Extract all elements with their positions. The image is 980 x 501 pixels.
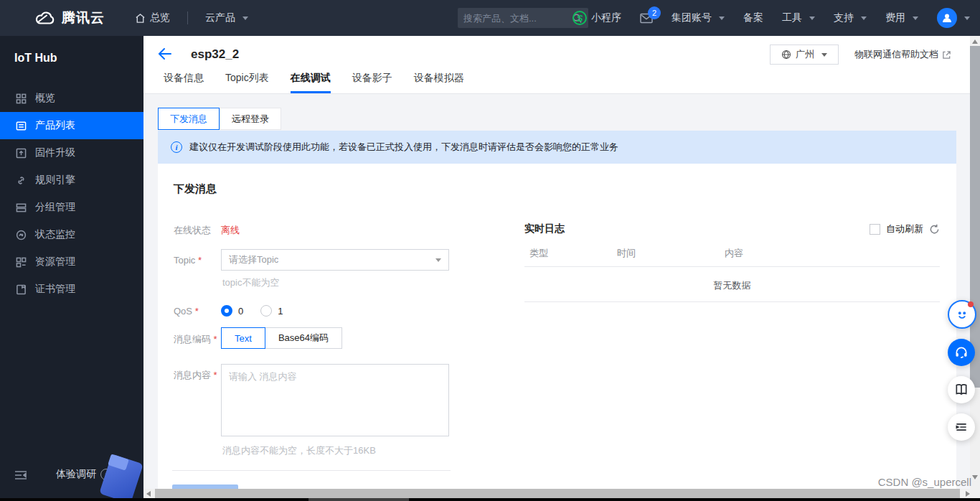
chevron-down-icon <box>242 17 248 20</box>
nav-tools[interactable]: 工具 <box>782 11 815 24</box>
tencent-cloud-logo[interactable]: 腾讯云 <box>34 9 105 27</box>
watermark: CSDN @s_upercell <box>878 476 971 488</box>
notification-badge: 2 <box>648 6 661 19</box>
refresh-icon[interactable] <box>929 224 940 235</box>
qos-label: QoS <box>174 306 199 317</box>
online-status-value: 离线 <box>221 224 240 237</box>
region-selector[interactable]: 广州 <box>770 45 839 65</box>
sidebar-item-group-management[interactable]: 分组管理 <box>0 194 143 221</box>
divider <box>524 301 940 302</box>
feedback-list-button[interactable] <box>948 413 975 441</box>
qos1-label: 1 <box>278 306 283 317</box>
scroll-down-arrow[interactable] <box>972 475 978 479</box>
top-navbar: 腾讯云 总览 云产品 S 小程序 2 集 <box>0 0 980 36</box>
topic-label: Topic <box>174 255 202 266</box>
scroll-right-arrow[interactable] <box>966 491 970 497</box>
nav-messages[interactable]: 2 <box>640 13 653 24</box>
horizontal-scrollbar-thumb[interactable] <box>155 489 960 499</box>
external-link-icon <box>942 50 951 60</box>
debug-panel: i 建议仅在开发调试阶段使用此功能，若设备已正式投入使用，下发消息时请评估是否会… <box>158 131 956 490</box>
sidebar-item-overview[interactable]: 概览 <box>0 85 143 112</box>
sidebar-item-status-monitor[interactable]: 状态监控 <box>0 221 143 248</box>
chevron-down-icon <box>719 17 725 20</box>
message-content-hint: 消息内容不能为空，长度不大于16KB <box>222 444 376 457</box>
bottom-bar-segment <box>308 498 409 501</box>
search-box[interactable] <box>458 8 588 28</box>
search-input[interactable] <box>463 13 572 24</box>
home-icon <box>135 13 146 24</box>
main-area: esp32_2 广州 物联网通信帮助文档 设备信息 Topic列表 在线调试 设… <box>143 36 970 501</box>
collapse-sidebar-icon[interactable] <box>14 469 27 481</box>
back-icon[interactable] <box>158 47 172 60</box>
divider <box>172 470 451 471</box>
realtime-log-title: 实时日志 <box>524 223 565 235</box>
brand-text: 腾讯云 <box>62 9 105 27</box>
chevron-down-icon <box>861 17 867 20</box>
chevron-down-icon <box>964 17 970 20</box>
log-col-time: 时间 <box>617 247 636 260</box>
tab-device-info[interactable]: 设备信息 <box>164 69 204 93</box>
online-status-label: 在线状态 <box>174 224 211 237</box>
chevron-down-icon <box>821 53 827 57</box>
info-icon: i <box>171 141 182 153</box>
nav-billing[interactable]: 费用 <box>885 11 918 24</box>
auto-refresh-checkbox[interactable] <box>870 224 880 235</box>
help-doc-link[interactable]: 物联网通信帮助文档 <box>854 48 951 61</box>
tab-device-shadow[interactable]: 设备影子 <box>352 69 392 93</box>
qos0-radio[interactable] <box>221 305 232 317</box>
sidebar-item-product-list[interactable]: 产品列表 <box>0 112 143 139</box>
link-icon <box>16 175 27 186</box>
grid-icon <box>16 93 27 104</box>
sidebar-item-resource-management[interactable]: 资源管理 <box>0 248 143 276</box>
horizontal-scrollbar[interactable] <box>143 489 980 499</box>
topic-error-text: topic不能为空 <box>222 276 279 289</box>
sidebar-item-firmware-upgrade[interactable]: 固件升级 <box>0 139 143 167</box>
log-empty-text: 暂无数据 <box>524 279 940 292</box>
nav-support[interactable]: 支持 <box>834 11 867 24</box>
sidebar-item-rule-engine[interactable]: 规则引擎 <box>0 167 143 194</box>
notification-dot <box>968 301 974 307</box>
encoding-base64-button[interactable]: Base64编码 <box>265 327 342 349</box>
nav-cloud-products[interactable]: 云产品 <box>205 11 248 24</box>
bottom-bar <box>0 498 980 501</box>
divider <box>187 11 188 24</box>
content-area: 下发消息 远程登录 i 建议仅在开发调试阶段使用此功能，若设备已正式投入使用，下… <box>143 94 970 501</box>
subtab-remote-login[interactable]: 远程登录 <box>220 108 281 130</box>
list-icon <box>16 121 27 131</box>
encoding-text-button[interactable]: Text <box>221 327 265 349</box>
auto-refresh-label: 自动刷新 <box>886 223 923 235</box>
log-col-content: 内容 <box>725 247 743 260</box>
list-menu-icon <box>954 420 969 434</box>
nav-account[interactable] <box>937 8 970 28</box>
globe-icon <box>781 50 791 60</box>
certificate-icon <box>16 284 27 295</box>
subtab-send-message[interactable]: 下发消息 <box>158 108 220 130</box>
scroll-up-arrow[interactable] <box>972 39 978 44</box>
sidebar-title: IoT Hub <box>0 36 143 65</box>
tab-device-simulator[interactable]: 设备模拟器 <box>414 69 464 93</box>
message-content-input[interactable] <box>221 364 449 436</box>
scroll-left-arrow[interactable] <box>146 491 151 497</box>
upload-icon <box>16 148 27 159</box>
chevron-down-icon <box>435 258 441 262</box>
documentation-button[interactable] <box>948 376 975 403</box>
tab-topic-list[interactable]: Topic列表 <box>225 69 269 93</box>
vertical-scrollbar-thumb[interactable] <box>970 46 980 388</box>
nav-mini-program[interactable]: S 小程序 <box>573 11 621 25</box>
nav-overview[interactable]: 总览 <box>135 11 170 24</box>
topic-select[interactable]: 请选择Topic <box>221 249 449 271</box>
feedback-smiley-button[interactable] <box>948 300 976 329</box>
qos0-label: 0 <box>238 306 243 317</box>
nav-record[interactable]: 备案 <box>743 11 763 24</box>
device-title: esp32_2 <box>191 47 239 62</box>
chevron-down-icon <box>809 17 815 20</box>
group-icon <box>16 202 27 213</box>
info-banner: i 建议仅在开发调试阶段使用此功能，若设备已正式投入使用，下发消息时请评估是否会… <box>158 131 956 164</box>
tab-online-debug[interactable]: 在线调试 <box>291 69 331 93</box>
nav-group-account[interactable]: 集团账号 <box>672 11 725 24</box>
qos1-radio[interactable] <box>260 305 272 317</box>
customer-service-button[interactable] <box>948 339 975 366</box>
message-content-label: 消息内容 <box>174 369 217 382</box>
sidebar-item-certificate-management[interactable]: 证书管理 <box>0 276 143 303</box>
smiley-icon <box>954 306 970 322</box>
